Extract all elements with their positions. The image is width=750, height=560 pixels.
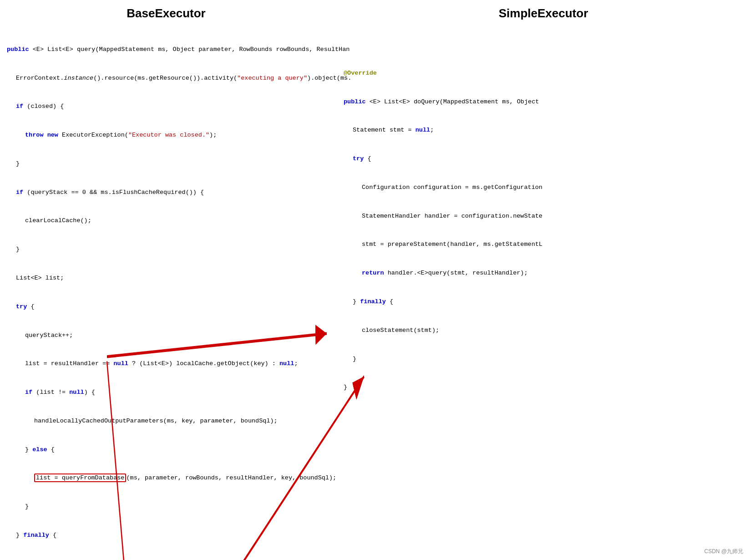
right-panel: SimpleExecutor @Override public <E> List…: [344, 5, 743, 560]
code-line: List<E> list;: [7, 274, 325, 283]
code-line: if (queryStack == 0 && ms.isFlushCacheRe…: [7, 188, 325, 198]
code-line: return handler.<E>query(stmt, resultHand…: [344, 269, 743, 278]
simple-executor-title: SimpleExecutor: [344, 5, 743, 22]
code-line: public <E> List<E> query(MappedStatement…: [7, 45, 325, 55]
code-line: if (closed) {: [7, 102, 325, 112]
code-line: closeStatement(stmt);: [344, 326, 743, 336]
code-line: } else {: [7, 445, 325, 455]
code-line: throw new ExecutorException("Executor wa…: [7, 131, 325, 140]
code-line: @Override: [344, 69, 743, 78]
code-line: }: [7, 245, 325, 255]
code-line: public <E> List<E> doQuery(MappedStateme…: [344, 97, 743, 107]
code-line: Statement stmt = null;: [344, 126, 743, 135]
code-line: }: [7, 159, 325, 169]
base-executor-title: BaseExecutor: [7, 5, 325, 22]
code-line: clearLocalCache();: [7, 216, 325, 226]
code-line: }: [7, 502, 325, 512]
code-line: stmt = prepareStatement(handler, ms.getS…: [344, 240, 743, 249]
code-line: try {: [7, 302, 325, 312]
code-line: } finally {: [344, 297, 743, 307]
highlight-line-1: list = queryFromDatabase(ms, parameter, …: [7, 473, 325, 483]
top-section: BaseExecutor public <E> List<E> query(Ma…: [7, 5, 743, 560]
watermark: CSDN @九师兄: [704, 547, 743, 555]
code-line: queryStack++;: [7, 331, 325, 341]
left-code-block: public <E> List<E> query(MappedStatement…: [7, 26, 325, 560]
code-line: }: [344, 355, 743, 364]
code-line: } finally {: [7, 531, 325, 540]
code-line: ErrorContext.instance().resource(ms.getR…: [7, 74, 325, 83]
code-line: StatementHandler handler = configuration…: [344, 212, 743, 221]
main-container: BaseExecutor public <E> List<E> query(Ma…: [0, 0, 750, 560]
code-line: try {: [344, 154, 743, 164]
code-line: list = resultHandler == null ? (List<E>)…: [7, 359, 325, 369]
left-panel: BaseExecutor public <E> List<E> query(Ma…: [7, 5, 325, 560]
code-line: }: [344, 383, 743, 392]
code-line: handleLocallyCachedOutputParameters(ms, …: [7, 417, 325, 426]
right-code-block: @Override public <E> List<E> doQuery(Map…: [344, 50, 743, 412]
code-line: if (list != null) {: [7, 388, 325, 397]
code-line: Configuration configuration = ms.getConf…: [344, 183, 743, 193]
